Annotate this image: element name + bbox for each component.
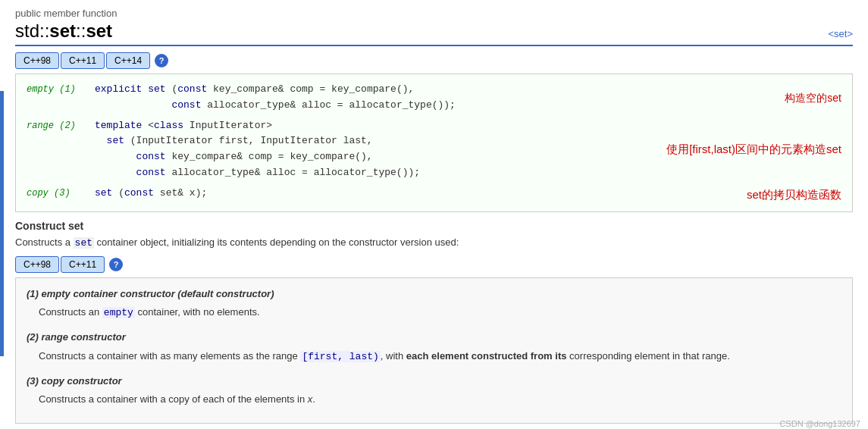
page-title: std::set::set — [15, 20, 112, 42]
code-empty-content: explicit set (const key_compare& comp = … — [95, 82, 769, 114]
desc-body-2: Constructs a container with as many elem… — [27, 348, 841, 365]
construct-set-title: Construct set — [15, 220, 853, 232]
desc-title-3: (3) copy constructor — [27, 373, 841, 390]
tab-cpp11-2[interactable]: C++11 — [61, 256, 105, 273]
title-section: std::set::set <set> — [15, 20, 853, 46]
help-icon-2[interactable]: ? — [109, 258, 123, 271]
help-icon-1[interactable]: ? — [155, 54, 168, 67]
code-box-1: empty (1) explicit set (const key_compar… — [15, 74, 853, 212]
title-func: set — [86, 20, 112, 41]
description-box: (1) empty container constructor (default… — [15, 277, 853, 424]
desc-body-1: Constructs an empty container, with no e… — [27, 304, 841, 321]
code-label-range: range (2) — [27, 118, 95, 133]
tab-cpp11-1[interactable]: C++11 — [61, 52, 105, 69]
code-label-empty: empty (1) — [27, 82, 95, 97]
watermark: CSDN @dong132697 — [779, 419, 860, 428]
tab-cpp98-1[interactable]: C++98 — [15, 52, 59, 69]
desc-item-2: (2) range constructor Constructs a conta… — [27, 329, 841, 365]
title-prefix: std:: — [15, 20, 49, 41]
desc-title-1: (1) empty container constructor (default… — [27, 286, 841, 302]
empty-code-inline: empty — [102, 307, 135, 318]
public-member-label: public member function — [15, 8, 853, 19]
tab-cpp98-2[interactable]: C++98 — [15, 256, 59, 273]
desc-item-1: (1) empty container constructor (default… — [27, 286, 841, 321]
tab-cpp14-1[interactable]: C++14 — [106, 52, 150, 69]
title-colon: :: — [76, 20, 86, 41]
range-code-inline: [first, last) — [300, 351, 380, 362]
construct-set-desc: Constructs a set container object, initi… — [15, 235, 853, 251]
title-set: set — [49, 20, 76, 41]
code-label-copy: copy (3) — [27, 186, 95, 201]
code-range-content: template <class InputIterator> set (Inpu… — [95, 118, 651, 181]
annotation-range: 使用[first,last)区间中的元素构造set — [666, 140, 841, 158]
desc-item-3: (3) copy constructor Constructs a contai… — [27, 373, 841, 408]
left-accent-bar — [0, 91, 4, 356]
tabs-row-2: C++98 C++11 ? — [15, 256, 853, 273]
set-code-inline: set — [74, 237, 94, 249]
annotation-empty: 构造空的set — [785, 89, 841, 106]
desc-body-3: Constructs a container with a copy of ea… — [27, 391, 841, 408]
code-copy-content: set (const set& x); — [95, 186, 656, 202]
tabs-row-1: C++98 C++11 C++14 ? — [15, 52, 853, 69]
set-link[interactable]: <set> — [828, 28, 853, 39]
desc-title-2: (2) range constructor — [27, 329, 841, 346]
annotation-copy: set的拷贝构造函数 — [747, 186, 841, 204]
